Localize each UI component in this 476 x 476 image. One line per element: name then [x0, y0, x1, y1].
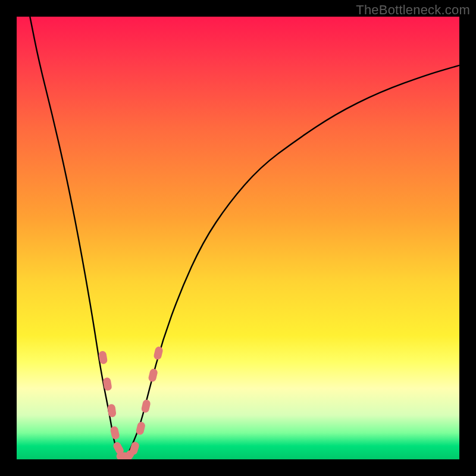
chart-plot-area: [17, 17, 459, 459]
watermark-label: TheBottleneck.com: [356, 2, 470, 18]
marker-group: [98, 346, 164, 459]
marker-dot: [107, 403, 117, 418]
marker-dot: [140, 399, 151, 414]
marker-dot: [153, 346, 164, 360]
chart-frame: TheBottleneck.com: [0, 0, 476, 476]
marker-dot: [148, 368, 158, 382]
chart-svg: [17, 17, 459, 459]
bottleneck-curve-path: [30, 17, 459, 458]
